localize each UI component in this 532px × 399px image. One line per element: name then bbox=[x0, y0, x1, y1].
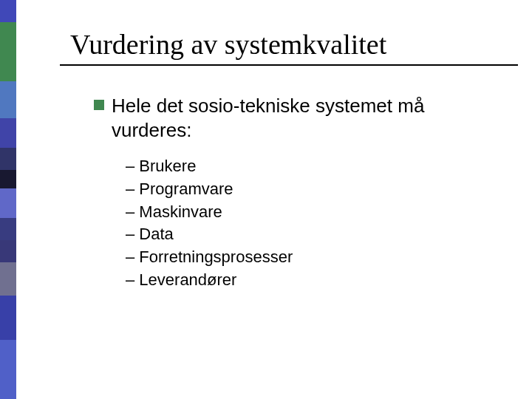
sub-item: – Leverandører bbox=[126, 269, 502, 292]
sub-bullet-list: – Brukere – Programvare – Maskinvare – D… bbox=[126, 155, 502, 292]
sub-item: – Programvare bbox=[126, 178, 502, 201]
sub-item: – Maskinvare bbox=[126, 201, 502, 224]
sub-item: – Forretningsprosesser bbox=[126, 246, 502, 269]
sub-item: – Brukere bbox=[126, 155, 502, 178]
slide-content: Vurdering av systemkvalitet Hele det sos… bbox=[70, 28, 502, 292]
sub-item: – Data bbox=[126, 223, 502, 246]
slide-title: Vurdering av systemkvalitet bbox=[70, 28, 502, 61]
decorative-color-bar bbox=[0, 0, 16, 399]
main-bullet-row: Hele det sosio-tekniske systemet må vurd… bbox=[94, 94, 502, 142]
bullet-square-icon bbox=[94, 100, 104, 110]
main-bullet-text: Hele det sosio-tekniske systemet må vurd… bbox=[112, 94, 466, 142]
